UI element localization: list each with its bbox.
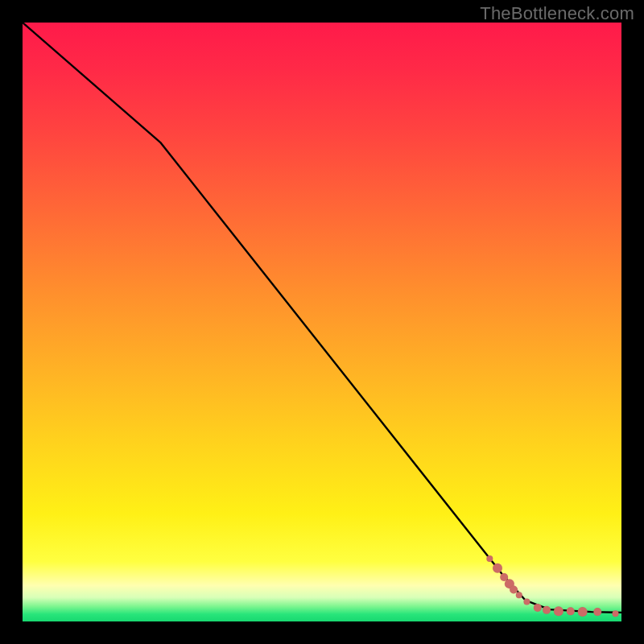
attribution-text: TheBottleneck.com <box>480 3 634 24</box>
chart-canvas: TheBottleneck.com <box>0 0 644 644</box>
plot-background <box>23 23 621 621</box>
